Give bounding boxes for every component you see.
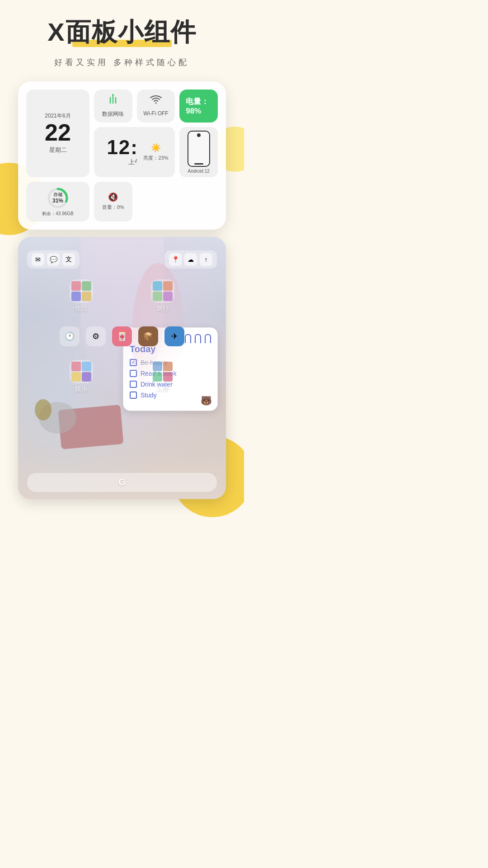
brightness-icon: ☀️ bbox=[151, 143, 161, 153]
storage-remaining: 剩余：43.96GB bbox=[42, 211, 73, 217]
icon-group-2: 📍 ☁ ↑ bbox=[164, 250, 217, 269]
storage-label: 存储 31% bbox=[52, 192, 63, 203]
folder-travel-label: 旅行 bbox=[156, 305, 169, 313]
storage-ring: 存储 31% bbox=[46, 186, 70, 210]
app-icon-send[interactable]: ✈ bbox=[164, 326, 184, 346]
phone-screen-content: ✉ 💬 文 📍 ☁ ↑ bbox=[18, 237, 226, 499]
volume-icon: 🔇 bbox=[108, 192, 118, 202]
network-icon bbox=[107, 94, 119, 108]
phone-notch bbox=[197, 133, 201, 137]
app-icon-map[interactable]: 📍 bbox=[169, 253, 182, 266]
phone-cell[interactable]: Android 12 bbox=[179, 127, 218, 177]
date-cell: 2021年6月 22 星期二 bbox=[26, 90, 89, 177]
app-icon-note[interactable]: 文 bbox=[62, 253, 75, 266]
app-icon-msg[interactable]: 💬 bbox=[47, 253, 60, 266]
phone-screen-wrapper: ✉ 💬 文 📍 ☁ ↑ bbox=[18, 237, 226, 499]
network-cell[interactable]: 数据网络 bbox=[94, 90, 132, 123]
app-icon-brown[interactable]: 📦 bbox=[138, 326, 158, 346]
volume-label: 音量：0% bbox=[102, 204, 124, 211]
phone-label: Android 12 bbox=[188, 169, 209, 174]
folders-row-2: 娱乐 工作 bbox=[27, 360, 217, 393]
battery-cell[interactable]: 电量：98% bbox=[179, 90, 218, 123]
phone-home-button bbox=[194, 163, 203, 165]
app-icon-pink[interactable]: 🀄 bbox=[112, 326, 132, 346]
page-title: X面板小组件 bbox=[47, 18, 196, 46]
storage-cell: 存储 31% 剩余：43.96GB bbox=[26, 182, 89, 222]
icon-group-1: ✉ 💬 文 bbox=[27, 250, 80, 269]
phone-mockup bbox=[188, 131, 210, 167]
battery-label: 电量：98% bbox=[186, 96, 211, 116]
wifi-cell[interactable]: Wi-Fi OFF bbox=[137, 90, 175, 123]
system-widget-card: 2021年6月 22 星期二 数据网络 bbox=[18, 81, 226, 230]
app-icon-weather[interactable]: ☁ bbox=[184, 253, 197, 266]
date-year-month: 2021年6月 bbox=[45, 112, 70, 120]
header-title-wrapper: X面板小组件 bbox=[47, 18, 196, 49]
folder-life-label: 生活 bbox=[75, 305, 88, 313]
brightness-label: 亮度：23% bbox=[143, 155, 168, 161]
page-subtitle: 好看又实用 多种样式随心配 bbox=[54, 57, 189, 68]
date-day: 22 bbox=[45, 121, 71, 144]
app-icon-clock[interactable]: 🕐 bbox=[60, 326, 80, 346]
date-weekday: 星期二 bbox=[49, 146, 67, 154]
svg-point-3 bbox=[112, 94, 114, 96]
folder-work-label: 工作 bbox=[156, 385, 169, 393]
volume-cell[interactable]: 🔇 音量：0% bbox=[94, 182, 132, 222]
network-label: 数据网络 bbox=[102, 110, 124, 118]
wifi-icon bbox=[150, 95, 162, 108]
folder-work[interactable]: 工作 bbox=[151, 360, 174, 393]
folder-travel[interactable]: 旅行 bbox=[151, 279, 174, 313]
icon-row-2: 🕐 ⚙ 🀄 📦 ✈ bbox=[27, 326, 217, 346]
folder-entertainment[interactable]: 娱乐 bbox=[70, 360, 93, 393]
wifi-label: Wi-Fi OFF bbox=[143, 110, 168, 117]
folder-life[interactable]: 生活 bbox=[70, 279, 93, 313]
app-icon-mail[interactable]: ✉ bbox=[32, 253, 44, 266]
app-icon-up[interactable]: ↑ bbox=[200, 253, 212, 266]
top-icon-row: ✉ 💬 文 📍 ☁ ↑ bbox=[27, 250, 217, 269]
folder-entertainment-label: 娱乐 bbox=[75, 385, 88, 393]
app-icon-gear[interactable]: ⚙ bbox=[86, 326, 106, 346]
folders-row-1: 生活 旅行 bbox=[27, 279, 217, 313]
brightness-cell[interactable]: ☀️ 亮度：23% bbox=[137, 127, 175, 177]
